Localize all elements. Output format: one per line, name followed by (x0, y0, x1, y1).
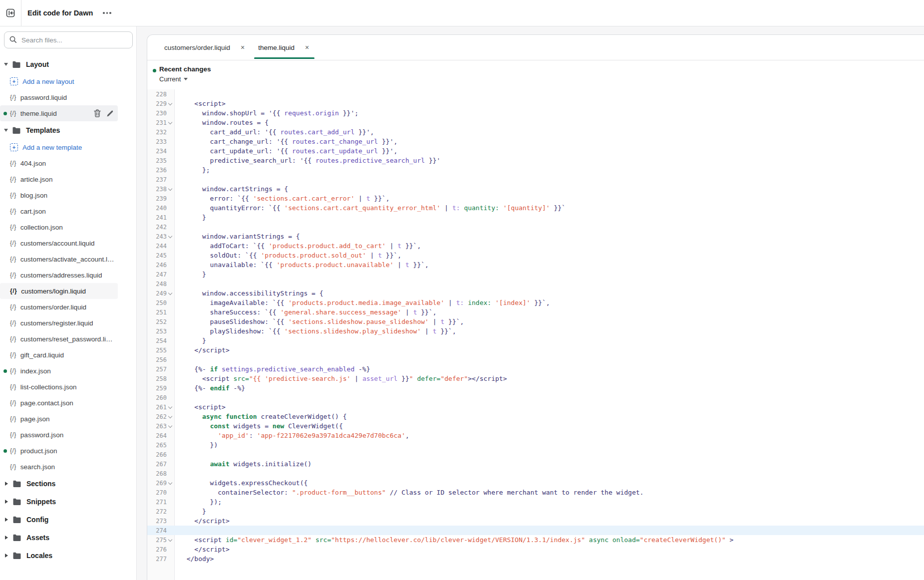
more-options-button[interactable] (100, 9, 114, 17)
sidebar-section-locales[interactable]: Locales (0, 547, 136, 565)
code-line-257: 257 {%- if settings.predictive_search_en… (147, 364, 924, 374)
sidebar-item-page-contact-json[interactable]: {/}page.contact.json (0, 395, 118, 411)
code-line-229: 229 <script> (147, 99, 924, 108)
file-name: customers/login.liquid (21, 288, 86, 295)
line-number: 268 (156, 470, 167, 477)
gutter-spacer (168, 215, 173, 220)
sidebar-item-customers-addresses-liquid[interactable]: {/}customers/addresses.liquid (0, 267, 118, 283)
sidebar-item-password-liquid[interactable]: {/}password.liquid (0, 89, 118, 105)
file-name: customers/activate_account.liquid (20, 256, 114, 263)
tab-theme-liquid[interactable]: theme.liquid× (254, 35, 314, 60)
tab-customers-order-liquid[interactable]: customers/order.liquid× (160, 35, 250, 60)
exit-editor-button[interactable] (0, 0, 21, 26)
sidebar-action-add-a-new-template[interactable]: +Add a new template (0, 139, 118, 155)
code-line-231: 231 window.routes = { (147, 118, 924, 127)
top-bar: Edit code for Dawn (0, 0, 924, 26)
code-text: }) (175, 440, 218, 450)
file-name: customers/account.liquid (20, 240, 95, 247)
fold-chevron-icon[interactable] (168, 405, 173, 410)
sidebar-item-search-json[interactable]: {/}search.json (0, 459, 118, 475)
section-label: Layout (26, 60, 49, 68)
file-name: customers/reset_password.liquid (20, 335, 114, 343)
fold-chevron-icon[interactable] (168, 234, 173, 239)
section-label: Locales (26, 552, 52, 560)
editor-panel: customers/order.liquid×theme.liquid× Rec… (147, 34, 924, 580)
line-number: 264 (156, 432, 167, 439)
version-dropdown[interactable]: Current (159, 75, 188, 83)
file-name: search.json (20, 463, 55, 471)
chevron-down-icon (184, 78, 188, 80)
gutter-cell: 240 (147, 205, 175, 212)
fold-chevron-icon[interactable] (168, 424, 173, 429)
line-number: 234 (156, 148, 167, 155)
unsaved-changes-dot-icon (153, 69, 156, 72)
search-input[interactable] (4, 31, 133, 48)
sidebar-item-theme-liquid[interactable]: {/}theme.liquid (0, 105, 118, 121)
sidebar-item-password-json[interactable]: {/}password.json (0, 427, 118, 443)
liquid-file-icon: {/} (10, 447, 16, 454)
sidebar-item-index-json[interactable]: {/}index.json (0, 363, 118, 379)
fold-chevron-icon[interactable] (168, 414, 173, 419)
liquid-file-icon: {/} (10, 94, 16, 101)
code-line-267: 267 await widgets.initialize() (147, 459, 924, 469)
sidebar-item-collection-json[interactable]: {/}collection.json (0, 219, 118, 235)
gutter-cell: 237 (147, 176, 175, 183)
sidebar-item-customers-account-liquid[interactable]: {/}customers/account.liquid (0, 235, 118, 251)
gutter-spacer (168, 395, 173, 400)
gutter-cell: 261 (147, 404, 175, 411)
code-text: playSlideshow: `{{ 'sections.slideshow.p… (175, 326, 456, 336)
chevron-down-icon (4, 63, 8, 66)
code-text: imageAvailable: `{{ 'products.product.me… (175, 298, 550, 307)
sidebar-section-sections[interactable]: Sections (0, 475, 136, 493)
delete-file-button[interactable] (94, 109, 101, 117)
sidebar-item-list-collections-json[interactable]: {/}list-collections.json (0, 379, 118, 395)
code-editor[interactable]: 228229 <script>230 window.shopUrl = '{{ … (147, 89, 924, 580)
unsaved-changes-dot-icon (3, 449, 7, 453)
sidebar-action-add-a-new-layout[interactable]: +Add a new layout (0, 73, 118, 89)
sidebar-section-config[interactable]: Config (0, 511, 136, 529)
fold-chevron-icon[interactable] (168, 187, 173, 192)
sidebar-item-404-json[interactable]: {/}404.json (0, 155, 118, 171)
close-tab-icon[interactable]: × (304, 43, 310, 52)
sidebar-section-snippets[interactable]: Snippets (0, 493, 136, 511)
line-number: 274 (156, 527, 167, 534)
line-number: 267 (156, 461, 167, 468)
sidebar-section-templates[interactable]: Templates (0, 121, 136, 139)
sidebar-item-cart-json[interactable]: {/}cart.json (0, 203, 118, 219)
sidebar-item-customers-activate-account-liquid[interactable]: {/}customers/activate_account.liquid (0, 251, 118, 267)
code-line-269: 269 widgets.expressCheckout({ (147, 478, 924, 488)
close-tab-icon[interactable]: × (239, 43, 246, 52)
sidebar-item-customers-login-liquid[interactable]: {/}customers/login.liquid (0, 283, 118, 299)
line-number: 260 (156, 394, 167, 401)
sidebar-section-layout[interactable]: Layout (0, 55, 136, 73)
file-tree: Layout+Add a new layout{/}password.liqui… (0, 55, 136, 565)
line-number: 254 (156, 337, 167, 344)
rename-file-button[interactable] (106, 110, 114, 117)
sidebar-item-article-json[interactable]: {/}article.json (0, 171, 118, 187)
line-number: 259 (156, 385, 167, 392)
sidebar-item-gift-card-liquid[interactable]: {/}gift_card.liquid (0, 347, 118, 363)
sidebar-item-page-json[interactable]: {/}page.json (0, 411, 118, 427)
sidebar-item-product-json[interactable]: {/}product.json (0, 443, 118, 459)
fold-chevron-icon[interactable] (168, 538, 173, 543)
fold-chevron-icon[interactable] (168, 120, 173, 125)
line-number: 229 (156, 100, 167, 107)
gutter-cell: 268 (147, 470, 175, 477)
sidebar-item-customers-reset-password-liquid[interactable]: {/}customers/reset_password.liquid (0, 331, 118, 347)
code-line-261: 261 <script> (147, 402, 924, 412)
folder-icon (12, 498, 21, 506)
sidebar-item-blog-json[interactable]: {/}blog.json (0, 187, 118, 203)
code-line-263: 263 const widgets = new CleverWidget({ (147, 421, 924, 431)
chevron-right-icon (5, 554, 8, 558)
code-text: {%- if settings.predictive_search_enable… (175, 364, 370, 374)
code-text: cart_update_url: '{{ routes.cart_update_… (175, 146, 397, 156)
sidebar-item-customers-order-liquid[interactable]: {/}customers/order.liquid (0, 299, 118, 315)
sidebar-item-customers-register-liquid[interactable]: {/}customers/register.liquid (0, 315, 118, 331)
file-name: index.json (20, 367, 51, 375)
fold-chevron-icon[interactable] (168, 481, 173, 486)
sidebar-section-assets[interactable]: Assets (0, 529, 136, 547)
code-text: widgets.expressCheckout({ (175, 478, 308, 488)
gutter-cell: 253 (147, 328, 175, 335)
fold-chevron-icon[interactable] (168, 101, 173, 106)
fold-chevron-icon[interactable] (168, 291, 173, 296)
